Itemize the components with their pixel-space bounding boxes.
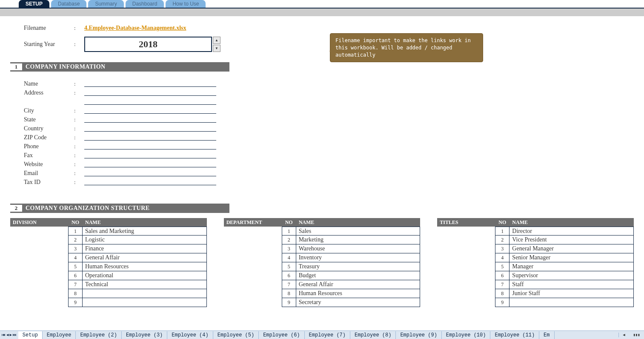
- table-row: 9: [68, 298, 207, 307]
- division-no: 9: [68, 298, 83, 307]
- department-name-cell[interactable]: Marketing: [296, 236, 421, 244]
- tab-database[interactable]: Database: [51, 0, 86, 8]
- field-label: Address: [10, 89, 74, 96]
- department-name-cell[interactable]: Warehouse: [296, 244, 421, 253]
- header-no: NO: [282, 218, 296, 227]
- colon: :: [74, 116, 84, 123]
- starting-year-input[interactable]: 2018: [84, 37, 212, 52]
- department-name-cell[interactable]: Sales: [296, 227, 421, 236]
- startyear-label: Starting Year: [10, 41, 74, 48]
- colon: :: [74, 134, 84, 141]
- division-name-cell[interactable]: [83, 289, 207, 298]
- field-input-state[interactable]: [84, 117, 216, 123]
- table-row: 7General Affair: [282, 280, 421, 289]
- department-name-cell[interactable]: Inventory: [296, 253, 421, 262]
- header-strip: [0, 9, 644, 16]
- division-no: 3: [68, 244, 83, 253]
- field-input-fax[interactable]: [84, 152, 216, 158]
- table-row: 2Marketing: [282, 236, 421, 244]
- section-2-header: 2 COMPANY ORGANIZATION STRUCTURE: [10, 204, 229, 213]
- field-label: Phone: [10, 143, 74, 150]
- table-row: 9Secretary: [282, 298, 421, 307]
- header-division: DIVISION: [10, 218, 68, 227]
- division-name-cell[interactable]: Human Resources: [83, 262, 207, 271]
- department-no: 7: [282, 280, 296, 289]
- title-no: 6: [495, 271, 509, 280]
- department-table-header: DEPARTMENT NO NAME: [224, 218, 421, 227]
- year-down-button[interactable]: ▼: [213, 45, 220, 52]
- title-name-cell[interactable]: Junior Staff: [509, 289, 634, 298]
- section-title: COMPANY ORGANIZATION STRUCTURE: [22, 205, 150, 212]
- title-no: 5: [495, 262, 509, 271]
- division-no: 5: [68, 262, 83, 271]
- department-name-cell[interactable]: Treasury: [296, 262, 421, 271]
- title-name-cell[interactable]: Supervisor: [509, 271, 634, 280]
- table-row: 1Sales: [282, 227, 421, 236]
- title-name-cell[interactable]: [509, 298, 634, 307]
- table-row: 2Vice President: [495, 236, 634, 244]
- division-name-cell[interactable]: [83, 298, 207, 307]
- department-name-cell[interactable]: Human Resources: [296, 289, 421, 298]
- colon: :: [74, 25, 84, 32]
- tab-setup[interactable]: SETUP: [19, 0, 49, 8]
- header-name: NAME: [296, 218, 421, 227]
- field-input-zip-code[interactable]: [84, 135, 216, 141]
- title-name-cell[interactable]: Senior Manager: [509, 253, 634, 262]
- table-row: 6Budget: [282, 271, 421, 280]
- division-no: 7: [68, 280, 83, 289]
- field-input-tax-id[interactable]: [84, 179, 216, 185]
- header-no: NO: [495, 218, 509, 227]
- tab-summary[interactable]: Summary: [88, 0, 123, 8]
- field-input-address[interactable]: [84, 90, 216, 96]
- table-row: 8Human Resources: [282, 289, 421, 298]
- tab-dashboard[interactable]: Dashboard: [126, 0, 164, 8]
- title-name-cell[interactable]: Staff: [509, 280, 634, 289]
- header-no: NO: [68, 218, 83, 227]
- title-no: 4: [495, 253, 509, 262]
- field-input-extra[interactable]: [84, 99, 216, 105]
- table-row: 5Manager: [495, 262, 634, 271]
- colon: :: [74, 89, 84, 96]
- colon: :: [74, 152, 84, 159]
- field-input-phone[interactable]: [84, 144, 216, 149]
- field-label: ZIP Code: [10, 134, 74, 141]
- department-name-cell[interactable]: Secretary: [296, 298, 421, 307]
- title-name-cell[interactable]: Manager: [509, 262, 634, 271]
- table-row: 1Sales and Marketing: [68, 227, 207, 236]
- titles-table-header: TITLES NO NAME: [437, 218, 634, 227]
- division-name-cell[interactable]: Logistic: [83, 236, 207, 244]
- department-name-cell[interactable]: General Affair: [296, 280, 421, 289]
- department-no: 1: [282, 227, 296, 236]
- division-name-cell[interactable]: Sales and Marketing: [83, 227, 207, 236]
- field-input-email[interactable]: [84, 170, 216, 176]
- department-no: 9: [282, 298, 296, 307]
- department-no: 5: [282, 262, 296, 271]
- title-name-cell[interactable]: General Manager: [509, 244, 634, 253]
- section-title: COMPANY INFORMATION: [22, 63, 106, 70]
- division-no: 8: [68, 289, 83, 298]
- division-name-cell[interactable]: General Affair: [83, 253, 207, 262]
- table-row: 3Finance: [68, 244, 207, 253]
- top-tab-bar: SETUPDatabaseSummaryDashboardHow to Use: [0, 0, 644, 9]
- title-name-cell[interactable]: Vice President: [509, 236, 634, 244]
- department-name-cell[interactable]: Budget: [296, 271, 421, 280]
- colon: :: [74, 143, 84, 150]
- division-name-cell[interactable]: Operational: [83, 271, 207, 280]
- table-row: 8Junior Staff: [495, 289, 634, 298]
- field-label: Country: [10, 125, 74, 132]
- title-no: 1: [495, 227, 509, 236]
- field-input-city[interactable]: [84, 108, 216, 114]
- table-row: 3General Manager: [495, 244, 634, 253]
- tab-how-to-use[interactable]: How to Use: [166, 0, 206, 8]
- division-name-cell[interactable]: Technical: [83, 280, 207, 289]
- department-no: 4: [282, 253, 296, 262]
- field-input-website[interactable]: [84, 161, 216, 167]
- field-label: Name: [10, 80, 74, 87]
- field-input-country[interactable]: [84, 126, 216, 132]
- filename-link[interactable]: 4.Employee-Database-Management.xlsx: [84, 25, 186, 32]
- colon: :: [74, 125, 84, 132]
- title-name-cell[interactable]: Director: [509, 227, 634, 236]
- field-input-name[interactable]: [84, 81, 216, 87]
- year-up-button[interactable]: ▲: [213, 37, 220, 44]
- division-name-cell[interactable]: Finance: [83, 244, 207, 253]
